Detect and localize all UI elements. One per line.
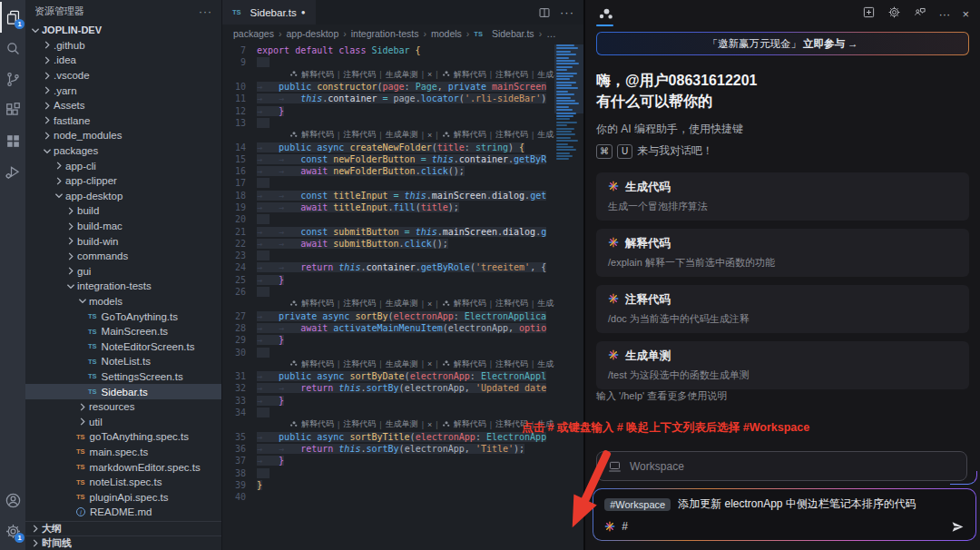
tree-item-main.spec.ts[interactable]: TSmain.spec.ts <box>25 445 221 460</box>
tree-item-Assets[interactable]: Assets <box>25 98 221 113</box>
activity-account[interactable] <box>0 485 25 516</box>
code-line[interactable]: 19→ → await titleInput.fill(title); <box>222 201 554 213</box>
codelens-注释代码[interactable]: 注释代码 <box>343 69 376 81</box>
tree-item-packages[interactable]: packages <box>25 143 221 159</box>
code-line[interactable]: 38 <box>222 467 554 478</box>
code-line[interactable]: 37→ } <box>222 455 554 467</box>
codelens-解释代码[interactable]: 解释代码 <box>301 418 334 430</box>
codelens-生成单测[interactable]: 生成单测 <box>537 298 554 309</box>
code-line[interactable]: 16→ → await newFolderButton.click(); <box>222 165 554 177</box>
tree-item-node_modules[interactable]: node_modules <box>25 128 221 143</box>
tree-item-pluginApi.spec.ts[interactable]: TSpluginApi.spec.ts <box>25 489 221 505</box>
code-line[interactable]: 21→ → const submitButton = this.mainScre… <box>222 225 554 237</box>
activity-search[interactable] <box>0 33 25 64</box>
code-line[interactable]: 17 <box>222 177 554 189</box>
codelens-解释代码[interactable]: 解释代码 <box>454 418 486 430</box>
explorer-more-icon[interactable]: ··· <box>199 5 212 18</box>
code-line[interactable]: 35→ public async sortByTitle(electronApp… <box>222 431 554 443</box>
assistant-logo-icon[interactable] <box>596 0 615 27</box>
editor-more-icon[interactable]: ··· <box>560 5 574 19</box>
tree-item-GoToAnything.ts[interactable]: TSGoToAnything.ts <box>25 309 221 324</box>
code-line[interactable]: 39} <box>222 479 554 491</box>
tree-item-build-mac[interactable]: build-mac <box>25 219 221 234</box>
close-icon[interactable]: × <box>962 7 969 21</box>
code-line[interactable]: 36→ → return this.sortBy(electronApp, 'T… <box>222 443 554 455</box>
code-line[interactable]: 33→ } <box>222 395 554 407</box>
code-line[interactable]: 30 <box>222 346 554 358</box>
tree-item-NoteList.ts[interactable]: TSNoteList.ts <box>25 354 221 369</box>
codelens-解释代码[interactable]: 解释代码 <box>454 129 486 141</box>
codelens-生成单测[interactable]: 生成单测 <box>386 69 418 81</box>
sidebar-panel-时间线[interactable]: 时间线 <box>25 535 221 550</box>
tree-item-integration-tests[interactable]: integration-tests <box>25 279 221 294</box>
tree-item-app-clipper[interactable]: app-clipper <box>25 173 221 189</box>
tree-item-util[interactable]: util <box>25 414 221 429</box>
breadcrumb-item[interactable]: … <box>546 28 556 39</box>
breadcrumb-item[interactable]: models <box>431 28 462 39</box>
code-line[interactable]: 14→ public async createNewFolder(title: … <box>222 141 554 152</box>
code-line[interactable]: 23 <box>222 250 554 261</box>
code-line[interactable]: 24→ → return this.container.getByRole('t… <box>222 261 554 273</box>
activity-settings[interactable]: 1 <box>0 516 25 546</box>
code-line[interactable]: 25→ } <box>222 274 554 286</box>
tree-item-resources[interactable]: resources <box>25 399 221 415</box>
tree-item-app-desktop[interactable]: app-desktop <box>25 189 221 204</box>
tree-item-MainScreen.ts[interactable]: TSMainScreen.ts <box>25 324 221 339</box>
workspace-context-chip[interactable]: #Workspace <box>604 498 671 511</box>
minimap[interactable] <box>556 44 582 550</box>
card-生成单测[interactable]: 生成单测/test 为这段选中的函数生成单测 <box>596 341 969 389</box>
code-line[interactable]: 34 <box>222 407 554 418</box>
tree-item-build[interactable]: build <box>25 203 221 219</box>
tree-item-SettingsScreen.ts[interactable]: TSSettingsScreen.ts <box>25 369 221 385</box>
breadcrumb-item[interactable]: integration-tests <box>351 28 419 39</box>
codelens-close-icon[interactable]: × <box>427 131 432 140</box>
code-line[interactable]: 22→ → await submitButton.click(); <box>222 238 554 250</box>
codelens-注释代码[interactable]: 注释代码 <box>343 418 376 430</box>
card-生成代码[interactable]: 生成代码生成一个冒泡排序算法 <box>596 172 969 221</box>
codelens-close-icon[interactable]: × <box>427 300 432 309</box>
tree-item-.yarn[interactable]: .yarn <box>25 83 221 98</box>
breadcrumb-item[interactable]: Sidebar.ts <box>492 28 534 39</box>
tree-item-NoteEditorScreen.ts[interactable]: TSNoteEditorScreen.ts <box>25 339 221 354</box>
workspace-suggestion-item[interactable]: Workspace <box>596 451 967 481</box>
more-icon[interactable]: ··· <box>938 7 950 21</box>
send-icon[interactable] <box>951 520 965 534</box>
codelens-解释代码[interactable]: 解释代码 <box>301 129 334 141</box>
codelens-生成单测[interactable]: 生成单测 <box>386 418 418 430</box>
codelens-生成单测[interactable]: 生成单测 <box>537 129 554 141</box>
codelens-生成单测[interactable]: 生成单测 <box>537 358 554 370</box>
sidebar-panel-大纲[interactable]: 大纲 <box>25 521 221 535</box>
codelens-close-icon[interactable]: × <box>427 420 432 429</box>
code-line[interactable]: 40 <box>222 491 554 503</box>
code-line[interactable]: 27→ private async sortBy(electronApp: El… <box>222 310 554 322</box>
activity-source-control[interactable] <box>0 64 25 94</box>
new-chat-icon[interactable] <box>862 5 876 23</box>
codelens-close-icon[interactable]: × <box>427 359 432 368</box>
tree-item-gui[interactable]: gui <box>25 264 221 280</box>
codelens-注释代码[interactable]: 注释代码 <box>495 358 528 370</box>
tree-item-fastlane[interactable]: fastlane <box>25 113 221 129</box>
codelens-生成单测[interactable]: 生成单测 <box>386 358 418 370</box>
code-line[interactable]: 20 <box>222 213 554 225</box>
breadcrumb-item[interactable]: app-desktop <box>286 28 338 39</box>
codelens-注释代码[interactable]: 注释代码 <box>343 298 376 309</box>
breadcrumb-item[interactable]: packages <box>233 28 274 39</box>
tab-sidebar-ts[interactable]: TS Sidebar.ts ● <box>222 0 316 25</box>
tree-item-goToAnything.spec.ts[interactable]: TSgoToAnything.spec.ts <box>25 429 221 445</box>
code-line[interactable]: 15→ → const newFolderButton = this.conta… <box>222 153 554 165</box>
tree-item-build-win[interactable]: build-win <box>25 233 221 249</box>
card-解释代码[interactable]: 解释代码/explain 解释一下当前选中函数的功能 <box>596 229 969 277</box>
code-line[interactable]: 12→ } <box>222 104 554 116</box>
tree-item-README.md[interactable]: iREADME.md <box>25 505 221 520</box>
tree-item-markdownEditor.spec.ts[interactable]: TSmarkdownEditor.spec.ts <box>25 459 221 475</box>
code-line[interactable]: 28→ → await activateMainMenuItem(electro… <box>222 322 554 334</box>
code-line[interactable]: 11→ → this.container = page.locator('.rl… <box>222 93 554 104</box>
codelens-解释代码[interactable]: 解释代码 <box>301 298 334 309</box>
codelens-解释代码[interactable]: 解释代码 <box>454 298 486 309</box>
code-line[interactable]: 7export default class Sidebar { <box>222 44 554 56</box>
minimap-viewport[interactable] <box>554 44 583 113</box>
tree-item-.idea[interactable]: .idea <box>25 53 221 68</box>
tree-item-.github[interactable]: .github <box>25 38 221 54</box>
codelens-注释代码[interactable]: 注释代码 <box>495 69 528 81</box>
tree-item-Sidebar.ts[interactable]: TSSidebar.ts <box>25 384 221 399</box>
